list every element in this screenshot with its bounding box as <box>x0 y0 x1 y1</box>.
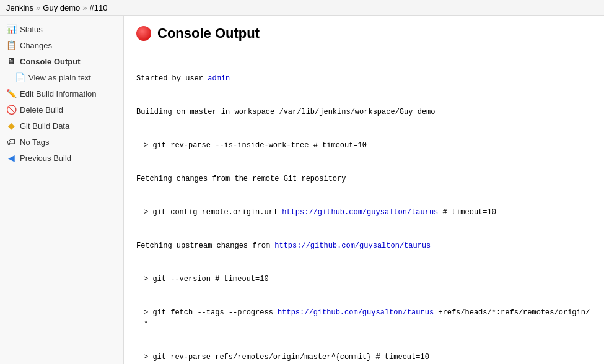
console-line-3: > git rev-parse --is-inside-work-tree # … <box>136 140 592 151</box>
console-line-7: > git --version # timeout=10 <box>136 274 592 285</box>
status-icon: 📊 <box>6 24 16 34</box>
origin-url-link[interactable]: https://github.com/guysalton/taurus <box>282 208 438 217</box>
sidebar-item-console-output[interactable]: 🖥 Console Output <box>0 53 123 69</box>
sidebar-label-git-build: Git Build Data <box>20 121 69 131</box>
console-icon: 🖥 <box>6 56 16 66</box>
status-red-circle <box>136 26 151 41</box>
tags-icon: 🏷 <box>6 137 16 147</box>
breadcrumb-build[interactable]: #110 <box>90 3 108 12</box>
breadcrumb-jenkins[interactable]: Jenkins <box>6 3 33 12</box>
console-line-6: Fetching upstream changes from https://g… <box>136 240 592 251</box>
delete-icon: 🚫 <box>6 105 16 115</box>
fetch-url-link[interactable]: https://github.com/guysalton/taurus <box>278 308 434 317</box>
console-line-5: > git config remote.origin.url https://g… <box>136 207 592 218</box>
sidebar-item-view-as-plain-text[interactable]: 📄 View as plain text <box>0 69 123 85</box>
sidebar-item-no-tags[interactable]: 🏷 No Tags <box>0 134 123 150</box>
sidebar-label-edit-build: Edit Build Information <box>20 89 97 98</box>
edit-icon: ✏️ <box>6 89 16 98</box>
breadcrumb: Jenkins » Guy demo » #110 <box>0 0 604 16</box>
breadcrumb-sep1: » <box>36 3 40 12</box>
changes-icon: 📋 <box>6 40 16 50</box>
sidebar-item-delete-build[interactable]: 🚫 Delete Build <box>0 102 123 118</box>
plain-text-icon: 📄 <box>15 72 25 82</box>
previous-icon: ◀ <box>6 153 16 163</box>
console-line-9: > git rev-parse refs/remotes/origin/mast… <box>136 352 592 363</box>
console-line-2: Building on master in workspace /var/lib… <box>136 106 592 118</box>
console-line-8: > git fetch --tags --progress https://gi… <box>136 307 592 329</box>
console-line-1: Started by user admin <box>136 73 592 84</box>
breadcrumb-sep2: » <box>82 3 87 12</box>
sidebar: 📊 Status 📋 Changes 🖥 Console Output 📄 Vi… <box>0 16 124 364</box>
console-line-4: Fetching changes from the remote Git rep… <box>136 173 592 184</box>
sidebar-label-no-tags: No Tags <box>20 137 49 147</box>
sidebar-item-changes[interactable]: 📋 Changes <box>0 37 123 53</box>
sidebar-label-status: Status <box>20 25 43 34</box>
main-layout: 📊 Status 📋 Changes 🖥 Console Output 📄 Vi… <box>0 16 604 364</box>
sidebar-label-delete-build: Delete Build <box>20 105 63 115</box>
git-icon: ◆ <box>6 121 16 131</box>
page-title-area: Console Output <box>136 25 592 41</box>
sidebar-item-status[interactable]: 📊 Status <box>0 21 123 37</box>
content-area: Console Output Started by user admin Bui… <box>124 16 604 364</box>
admin-link[interactable]: admin <box>208 74 230 83</box>
sidebar-item-edit-build-info[interactable]: ✏️ Edit Build Information <box>0 85 123 102</box>
sidebar-label-previous-build: Previous Build <box>20 154 71 163</box>
page-title: Console Output <box>157 25 260 41</box>
sidebar-item-git-build-data[interactable]: ◆ Git Build Data <box>0 118 123 134</box>
upstream-url-link[interactable]: https://github.com/guysalton/taurus <box>274 241 431 250</box>
sidebar-label-plain-text: View as plain text <box>28 73 91 82</box>
console-output-area: Started by user admin Building on master… <box>136 51 592 364</box>
sidebar-label-console-output: Console Output <box>20 57 81 66</box>
sidebar-item-previous-build[interactable]: ◀ Previous Build <box>0 150 123 166</box>
breadcrumb-demo[interactable]: Guy demo <box>43 3 80 12</box>
sidebar-label-changes: Changes <box>20 41 52 50</box>
